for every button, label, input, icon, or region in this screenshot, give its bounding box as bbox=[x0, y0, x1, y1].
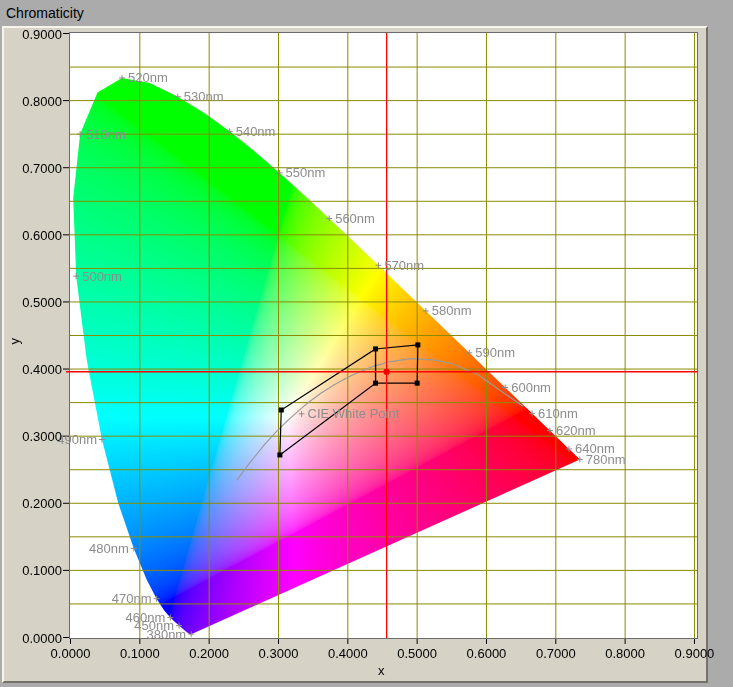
x-axis-tick-label: 0.2000 bbox=[177, 646, 241, 661]
x-axis-tick-label: 0.6000 bbox=[454, 646, 518, 661]
x-axis-tick-label: 0.7000 bbox=[524, 646, 588, 661]
y-axis-tick-label: 0.1000 bbox=[10, 563, 62, 578]
y-axis-tick-label: 0.2000 bbox=[10, 496, 62, 511]
y-axis-tick-label: 0.6000 bbox=[10, 228, 62, 243]
plot-area[interactable] bbox=[69, 32, 698, 639]
chromaticity-window: Chromaticity CIE White Point380nm450nm46… bbox=[0, 0, 733, 687]
y-axis-tick-label: 0.5000 bbox=[10, 295, 62, 310]
y-axis-tick-label: 0.7000 bbox=[10, 161, 62, 176]
y-axis-tick-label: 0.0000 bbox=[10, 631, 62, 646]
x-axis-tick-label: 0.4000 bbox=[316, 646, 380, 661]
x-axis-tick-label: 0.5000 bbox=[385, 646, 449, 661]
x-axis-tick-label: 0.1000 bbox=[108, 646, 172, 661]
window-title: Chromaticity bbox=[6, 5, 84, 21]
chromaticity-gamut-canvas bbox=[70, 33, 697, 638]
y-axis-tick-label: 0.9000 bbox=[10, 27, 62, 42]
y-axis-tick-label: 0.8000 bbox=[10, 94, 62, 109]
x-axis-tick-label: 0.9000 bbox=[662, 646, 726, 661]
x-axis-tick-label: 0.3000 bbox=[246, 646, 310, 661]
x-axis-tick-label: 0.8000 bbox=[593, 646, 657, 661]
x-axis-tick-label: 0.0000 bbox=[39, 646, 103, 661]
y-axis-name: y bbox=[7, 329, 22, 345]
y-axis-tick-label: 0.4000 bbox=[10, 362, 62, 377]
x-axis-name: x bbox=[378, 663, 385, 678]
y-axis-tick-label: 0.3000 bbox=[10, 429, 62, 444]
